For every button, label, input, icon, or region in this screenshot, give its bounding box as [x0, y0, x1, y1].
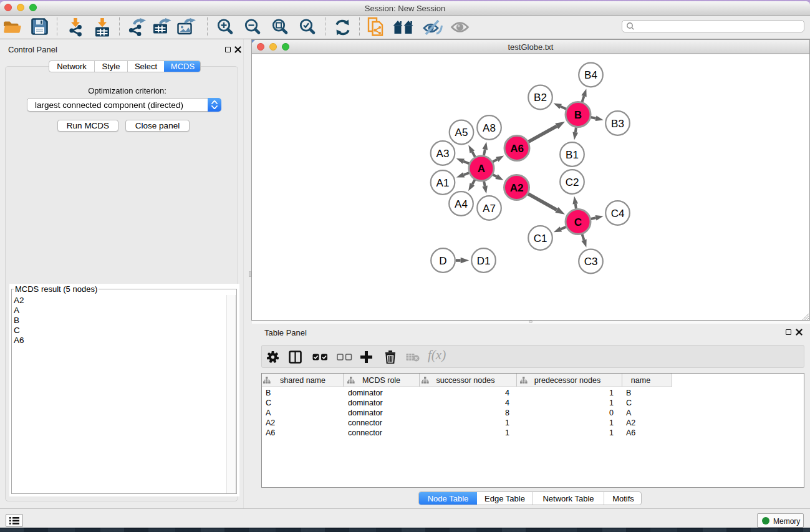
svg-text:D: D: [439, 255, 446, 267]
svg-text:A4: A4: [455, 198, 468, 210]
svg-text:C3: C3: [584, 256, 598, 268]
svg-text:C: C: [574, 216, 582, 228]
svg-text:A2: A2: [510, 182, 524, 194]
svg-text:A8: A8: [483, 122, 496, 134]
svg-text:A3: A3: [436, 148, 450, 160]
svg-text:B2: B2: [534, 92, 547, 104]
svg-text:A1: A1: [436, 177, 450, 189]
svg-text:A6: A6: [510, 143, 524, 155]
svg-text:A5: A5: [455, 127, 468, 138]
svg-text:D1: D1: [477, 255, 491, 267]
svg-text:B4: B4: [584, 69, 597, 81]
svg-text:C1: C1: [534, 233, 547, 244]
svg-text:A: A: [478, 163, 485, 175]
svg-text:B: B: [574, 109, 582, 121]
svg-text:B3: B3: [611, 118, 624, 130]
svg-text:B1: B1: [566, 149, 579, 161]
svg-text:A7: A7: [483, 203, 496, 215]
svg-text:C2: C2: [566, 177, 579, 188]
svg-text:C4: C4: [611, 208, 625, 220]
